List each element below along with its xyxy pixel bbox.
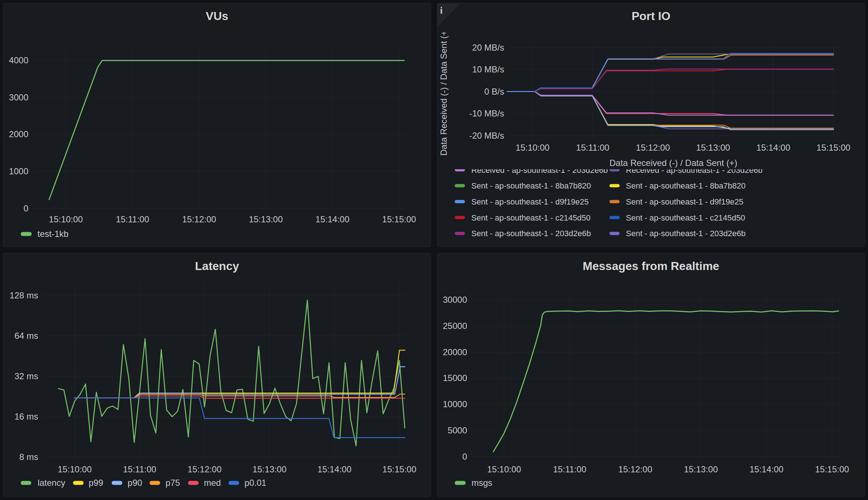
svg-text:latency: latency: [37, 478, 65, 488]
svg-text:15:15:00: 15:15:00: [382, 464, 416, 474]
svg-text:p75: p75: [166, 478, 180, 488]
svg-text:15:15:00: 15:15:00: [382, 214, 416, 224]
svg-text:15:11:00: 15:11:00: [576, 143, 610, 152]
svg-text:p90: p90: [128, 478, 142, 488]
svg-text:10000: 10000: [443, 399, 467, 409]
svg-text:15:13:00: 15:13:00: [252, 464, 286, 474]
svg-text:i: i: [440, 5, 442, 16]
svg-text:15:14:00: 15:14:00: [756, 143, 790, 152]
svg-text:15:14:00: 15:14:00: [318, 464, 351, 474]
svg-text:15:15:00: 15:15:00: [816, 143, 850, 152]
svg-text:Sent - ap-southeast-1 - 203d2e: Sent - ap-southeast-1 - 203d2e6b: [626, 229, 746, 238]
svg-text:20000: 20000: [443, 347, 467, 357]
svg-text:0 B/s: 0 B/s: [484, 87, 504, 96]
svg-text:15:11:00: 15:11:00: [116, 214, 149, 224]
svg-text:4000: 4000: [9, 55, 28, 65]
svg-text:25000: 25000: [443, 321, 467, 331]
svg-text:0: 0: [462, 452, 467, 461]
svg-text:64 ms: 64 ms: [15, 331, 38, 341]
svg-text:-10 MB/s: -10 MB/s: [469, 108, 504, 118]
svg-text:Latency: Latency: [195, 259, 239, 273]
svg-text:15:12:00: 15:12:00: [618, 464, 652, 474]
svg-text:med: med: [204, 478, 221, 488]
svg-text:5000: 5000: [448, 425, 467, 435]
svg-text:15:10:00: 15:10:00: [515, 143, 549, 152]
svg-text:Sent - ap-southeast-1 - 8ba7b8: Sent - ap-southeast-1 - 8ba7b820: [626, 181, 746, 190]
svg-text:Messages from Realtime: Messages from Realtime: [583, 259, 719, 273]
svg-text:15:11:00: 15:11:00: [123, 464, 156, 474]
svg-text:15:13:00: 15:13:00: [684, 464, 718, 474]
svg-text:15:13:00: 15:13:00: [696, 143, 730, 152]
svg-text:2000: 2000: [9, 129, 28, 139]
svg-text:-20 MB/s: -20 MB/s: [469, 131, 504, 140]
svg-text:15:13:00: 15:13:00: [249, 214, 283, 224]
svg-text:Sent - ap-southeast-1 - d9f19e: Sent - ap-southeast-1 - d9f19e25: [626, 197, 744, 206]
svg-text:20 MB/s: 20 MB/s: [472, 43, 504, 52]
svg-text:0: 0: [24, 203, 28, 213]
svg-text:15:12:00: 15:12:00: [182, 214, 216, 224]
svg-text:15:11:00: 15:11:00: [553, 464, 586, 474]
svg-text:p99: p99: [89, 478, 103, 488]
svg-text:Sent - ap-southeast-1 - 203d2e: Sent - ap-southeast-1 - 203d2e6b: [471, 229, 591, 238]
svg-text:15000: 15000: [443, 373, 467, 383]
svg-text:Sent - ap-southeast-1 - 8ba7b8: Sent - ap-southeast-1 - 8ba7b820: [471, 181, 591, 190]
svg-text:15:12:00: 15:12:00: [636, 143, 670, 152]
svg-text:Sent - ap-southeast-1 - c2145d: Sent - ap-southeast-1 - c2145d50: [626, 213, 745, 222]
svg-text:p0.01: p0.01: [244, 478, 266, 488]
svg-text:15:10:00: 15:10:00: [58, 464, 92, 474]
svg-text:15:10:00: 15:10:00: [487, 464, 521, 474]
svg-text:Port IO: Port IO: [632, 9, 670, 23]
svg-text:15:10:00: 15:10:00: [49, 214, 83, 224]
svg-text:15:12:00: 15:12:00: [188, 464, 222, 474]
svg-text:128 ms: 128 ms: [9, 290, 38, 300]
svg-text:30000: 30000: [443, 295, 467, 305]
svg-text:16 ms: 16 ms: [15, 412, 38, 421]
svg-text:15:15:00: 15:15:00: [815, 464, 849, 474]
svg-text:3000: 3000: [9, 92, 28, 102]
svg-text:32 ms: 32 ms: [15, 371, 38, 381]
svg-text:msgs: msgs: [471, 478, 492, 488]
svg-text:15:14:00: 15:14:00: [749, 464, 783, 474]
svg-text:Sent - ap-southeast-1 - d9f19e: Sent - ap-southeast-1 - d9f19e25: [471, 197, 589, 206]
svg-text:10 MB/s: 10 MB/s: [472, 64, 504, 74]
svg-text:Data Received (-) / Data Sent: Data Received (-) / Data Sent (+): [439, 28, 449, 155]
svg-text:1000: 1000: [9, 166, 28, 176]
svg-text:15:14:00: 15:14:00: [315, 214, 349, 224]
svg-text:test-1kb: test-1kb: [37, 229, 68, 239]
svg-text:8 ms: 8 ms: [19, 452, 38, 462]
svg-text:Data Received (-) / Data Sent: Data Received (-) / Data Sent (+): [609, 158, 737, 168]
svg-text:Sent - ap-southeast-1 - c2145d: Sent - ap-southeast-1 - c2145d50: [471, 213, 590, 222]
svg-text:VUs: VUs: [206, 9, 228, 23]
